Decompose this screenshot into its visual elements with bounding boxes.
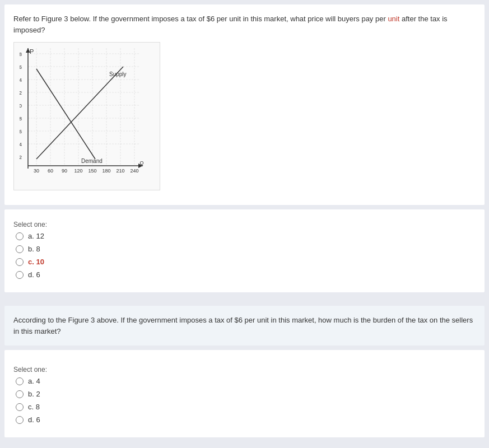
y-tick-16: 16 — [20, 64, 22, 70]
q1-radio-b[interactable] — [16, 245, 24, 253]
q2-label-c[interactable]: c. 8 — [28, 403, 40, 411]
x-tick-180: 180 — [102, 168, 110, 174]
supply-demand-chart: P 18 16 14 12 10 8 6 4 2 30 60 90 120 15… — [20, 48, 154, 183]
q1-radio-a[interactable] — [16, 232, 24, 240]
question1-block: Refer to Figure 3 below. If the governme… — [4, 4, 485, 205]
q2-radio-a[interactable] — [16, 377, 24, 385]
supply-label: Supply — [109, 71, 127, 77]
highlight-sellers: sellers — [452, 316, 473, 324]
x-tick-60: 60 — [48, 168, 53, 174]
question2-answer-block: Select one: a. 4 b. 2 c. 8 d. 6 — [4, 350, 485, 437]
q2-option-c[interactable]: c. 8 — [16, 403, 476, 411]
y-tick-2: 2 — [20, 155, 22, 160]
supply-line — [36, 67, 123, 159]
demand-label: Demand — [81, 158, 103, 164]
q1-select-one-label: Select one: — [13, 221, 476, 228]
q2-options-list: a. 4 b. 2 c. 8 d. 6 — [16, 377, 476, 424]
q2-radio-b[interactable] — [16, 390, 24, 398]
x-tick-240: 240 — [130, 168, 138, 174]
q1-option-c[interactable]: c. 10 — [16, 258, 476, 266]
x-tick-90: 90 — [62, 168, 67, 174]
question2-block: According to the Figure 3 above. If the … — [4, 306, 485, 346]
q2-option-a[interactable]: a. 4 — [16, 377, 476, 385]
question2-text: According to the Figure 3 above. If the … — [13, 315, 476, 337]
section-divider — [0, 297, 489, 301]
q1-label-d[interactable]: d. 6 — [28, 270, 40, 279]
q2-option-b[interactable]: b. 2 — [16, 390, 476, 398]
x-tick-30: 30 — [34, 168, 39, 174]
y-tick-6: 6 — [20, 129, 22, 134]
x-label-q: Q — [139, 160, 143, 166]
q2-label-a[interactable]: a. 4 — [28, 377, 40, 385]
y-tick-10: 10 — [20, 103, 22, 109]
question1-answer-block: Select one: a. 12 b. 8 c. 10 d. 6 — [4, 209, 485, 292]
x-tick-120: 120 — [74, 168, 82, 174]
q2-label-d[interactable]: d. 6 — [28, 416, 40, 424]
x-tick-210: 210 — [116, 168, 124, 174]
q1-label-a[interactable]: a. 12 — [28, 232, 44, 240]
highlight-unit: unit — [388, 15, 399, 23]
y-tick-18: 18 — [20, 52, 22, 57]
q2-option-d[interactable]: d. 6 — [16, 416, 476, 424]
q2-select-one-label: Select one: — [13, 366, 476, 374]
question1-text: Refer to Figure 3 below. If the governme… — [13, 13, 476, 35]
q1-option-a[interactable]: a. 12 — [16, 232, 476, 240]
x-tick-150: 150 — [88, 168, 96, 174]
q2-radio-d[interactable] — [16, 416, 24, 424]
y-axis-label: P — [30, 48, 34, 55]
q1-radio-d[interactable] — [16, 271, 24, 279]
q1-option-b[interactable]: b. 8 — [16, 245, 476, 253]
y-tick-12: 12 — [20, 90, 22, 96]
q1-label-b[interactable]: b. 8 — [28, 245, 40, 253]
y-tick-4: 4 — [20, 142, 22, 147]
q1-options-list: a. 12 b. 8 c. 10 d. 6 — [16, 232, 476, 279]
q1-radio-c[interactable] — [16, 258, 24, 266]
demand-line — [36, 69, 95, 159]
y-tick-14: 14 — [20, 77, 22, 83]
chart-container: P 18 16 14 12 10 8 6 4 2 30 60 90 120 15… — [13, 42, 160, 190]
q1-label-c[interactable]: c. 10 — [28, 258, 44, 266]
y-tick-8: 8 — [20, 116, 22, 122]
q2-label-b[interactable]: b. 2 — [28, 390, 40, 398]
q1-option-d[interactable]: d. 6 — [16, 270, 476, 279]
q2-radio-c[interactable] — [16, 403, 24, 411]
